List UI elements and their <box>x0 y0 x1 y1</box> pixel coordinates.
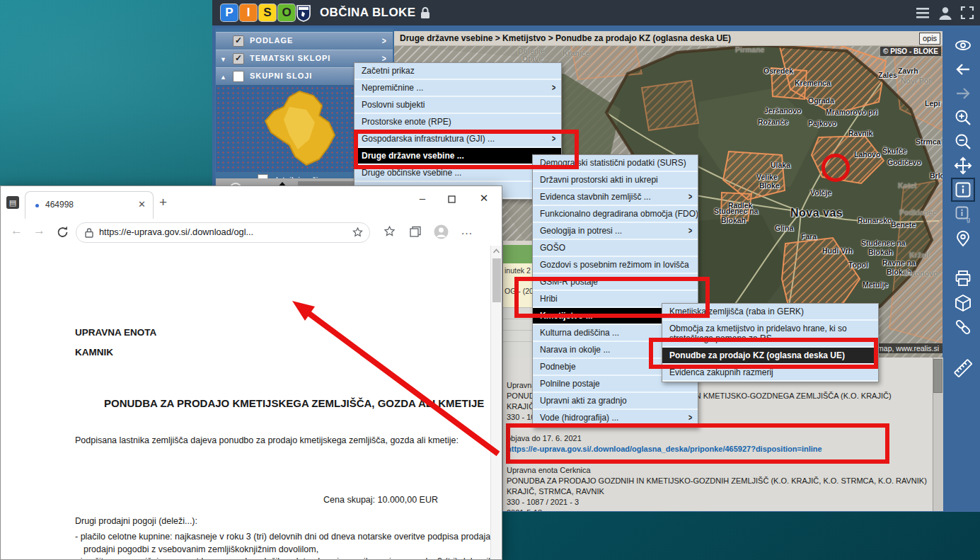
map-label: Zavrh <box>898 67 918 75</box>
favorites-bar-icon[interactable] <box>384 226 396 238</box>
section-label: PODLAGE <box>250 36 293 45</box>
menu-item[interactable]: GOŠO <box>533 240 698 257</box>
info-icon[interactable] <box>953 180 973 200</box>
back-icon[interactable]: ← <box>11 224 23 238</box>
section-collapse-icon[interactable]: ▲ <box>220 74 226 81</box>
print-icon[interactable] <box>953 269 973 289</box>
piso-logo-tile: S <box>259 4 276 21</box>
legend-row-green <box>503 245 534 263</box>
section-label: TEMATSKI SKLOPI <box>250 54 330 62</box>
menu-item[interactable]: Gozdovi s posebnim režimom in lovišča <box>533 257 698 274</box>
pdf-scrollbar-thumb[interactable] <box>492 258 501 302</box>
map-label: Škufče <box>882 147 906 155</box>
map-label: Pajkovo <box>808 119 836 127</box>
pdf-condition-line: prodajni pogodbi z vsebovanim zemljiškok… <box>83 544 318 554</box>
forward-icon[interactable]: → <box>33 224 45 238</box>
map-label: Kremenca <box>795 79 831 87</box>
pdf-condition-line: - plačilo celotne kupnine: najkasneje v … <box>75 532 502 542</box>
minimize-button[interactable]: – <box>415 192 430 204</box>
collections-icon[interactable] <box>410 226 422 238</box>
map-label: Metulje <box>863 280 888 289</box>
profile-avatar-icon[interactable] <box>434 224 449 239</box>
section-checkbox[interactable]: ✓ <box>233 53 244 64</box>
browser-window: ▤ 464998 ✕ + – ✕ ← → https://e-uprava.go… <box>0 185 502 560</box>
pan-icon[interactable] <box>953 156 973 176</box>
close-button[interactable]: ✕ <box>476 192 492 205</box>
section-collapse-icon[interactable]: ▼ <box>220 56 226 63</box>
more-menu-icon[interactable]: … <box>461 224 473 238</box>
result-line: KRAJIČ <box>507 402 534 413</box>
pdf-scrollbar[interactable] <box>490 246 502 559</box>
menu-item[interactable]: Državni prostorski akti in ukrepi <box>533 172 698 189</box>
map-label: Osredek <box>763 67 793 75</box>
overview-map-thumbnail[interactable] <box>216 86 376 172</box>
browser-toolbar: ← → https://e-uprava.gov.si/.download/og… <box>1 219 502 246</box>
cube-3d-icon[interactable] <box>953 293 973 313</box>
map-label: Ograda <box>808 96 834 105</box>
map-copyright: © PISO - BLOKE <box>880 47 941 56</box>
breadcrumb: Druge državne vsebine > Kmetijstvo > Pon… <box>400 33 731 43</box>
tab-close-icon[interactable]: ✕ <box>138 199 146 210</box>
menu-item[interactable]: Prostorske enote (RPE) <box>354 114 561 131</box>
map-label: Velike <box>756 173 778 181</box>
opis-button[interactable]: opis <box>919 33 940 45</box>
hamburger-menu-icon[interactable] <box>915 6 930 20</box>
site-lock-icon[interactable] <box>84 227 94 238</box>
map-label: Podklanec <box>899 208 937 217</box>
map-label: Bloke <box>759 181 780 190</box>
eye-icon[interactable] <box>953 35 973 55</box>
map-label: Hudi Vrh <box>822 246 853 255</box>
piso-logo-tile: P <box>221 4 238 21</box>
map-label: Runarsko <box>858 216 892 224</box>
browser-titlebar: ▤ 464998 ✕ + – ✕ <box>1 186 502 219</box>
zoom-out-icon[interactable] <box>953 132 973 152</box>
map-label: Nova vas <box>790 207 843 219</box>
url-text[interactable]: https://e-uprava.gov.si/.download/ogl... <box>99 227 253 237</box>
result-line: 2021-5-18 <box>507 508 542 511</box>
user-profile-icon[interactable] <box>938 6 953 21</box>
menu-item[interactable]: Nepremičnine ...> <box>354 80 561 97</box>
sidebar-section-podlage[interactable]: ✓PODLAGE> <box>216 32 393 50</box>
fullscreen-icon[interactable] <box>960 6 974 20</box>
menu-item[interactable]: Poslovni subjekti <box>354 97 561 114</box>
address-bar[interactable]: https://e-uprava.gov.si/.download/ogl... <box>76 222 370 243</box>
section-checkbox[interactable] <box>233 71 244 82</box>
ruler-icon[interactable] <box>953 358 973 378</box>
back-arrow-icon[interactable] <box>953 59 973 79</box>
browser-app-icon[interactable]: ▤ <box>6 196 19 209</box>
result-line: KRAJIČ, STRMCA, RAVNIK <box>507 487 604 498</box>
pdf-conditions-title: Drugi prodajni pogoji (deleži...): <box>75 516 197 526</box>
menu-item[interactable]: Funkcionalno degradirana območja (FDO) <box>533 206 698 223</box>
link-icon[interactable] <box>953 317 973 337</box>
results-scrollbar-thumb[interactable] <box>933 359 942 393</box>
map-label: Ulaka <box>771 161 790 169</box>
location-pin-icon[interactable] <box>953 228 973 248</box>
section-checkbox[interactable]: ✓ <box>233 35 244 47</box>
svg-text:g: g <box>967 216 970 223</box>
info-group-icon[interactable]: g <box>953 204 973 224</box>
maximize-button[interactable] <box>448 195 456 203</box>
favorite-star-icon[interactable] <box>352 227 363 238</box>
scroll-up-icon[interactable] <box>492 248 500 255</box>
menu-item[interactable]: Začetni prikaz <box>354 63 561 80</box>
results-scrollbar[interactable] <box>933 358 943 511</box>
browser-tab[interactable]: 464998 ✕ <box>25 191 154 219</box>
pdf-intro: Podpisana lastnika zemljišča dajeva ponu… <box>75 435 459 445</box>
map-label: Betonovo <box>904 269 938 278</box>
result-line: Upravna enota Cerknica <box>507 466 591 476</box>
map-label: Studenec na <box>861 239 905 247</box>
new-tab-button[interactable]: + <box>159 195 167 210</box>
map-toolbar: g <box>946 28 980 512</box>
forward-arrow-icon[interactable] <box>953 84 973 103</box>
menu-item[interactable]: Geologija in potresi ...> <box>533 223 698 240</box>
refresh-icon[interactable] <box>56 225 69 239</box>
pdf-viewer: UPRAVNA ENOTA KAMNIK PONUDBA ZA PRODAJO … <box>1 246 502 559</box>
zoom-in-icon[interactable] <box>953 108 973 127</box>
result-line: 330 - 1087 / 2021 - 3 <box>507 498 579 508</box>
map-highlight-circle-annotation <box>822 154 850 182</box>
map-label: Glina <box>775 224 793 232</box>
menu-item[interactable]: Evidenca stavbnih zemljišč ...> <box>533 189 698 206</box>
menu-item[interactable]: Upravni akti za gradnjo <box>533 393 698 410</box>
section-chevron-icon[interactable]: > <box>382 35 386 46</box>
map-label: Ravne na <box>882 258 916 267</box>
